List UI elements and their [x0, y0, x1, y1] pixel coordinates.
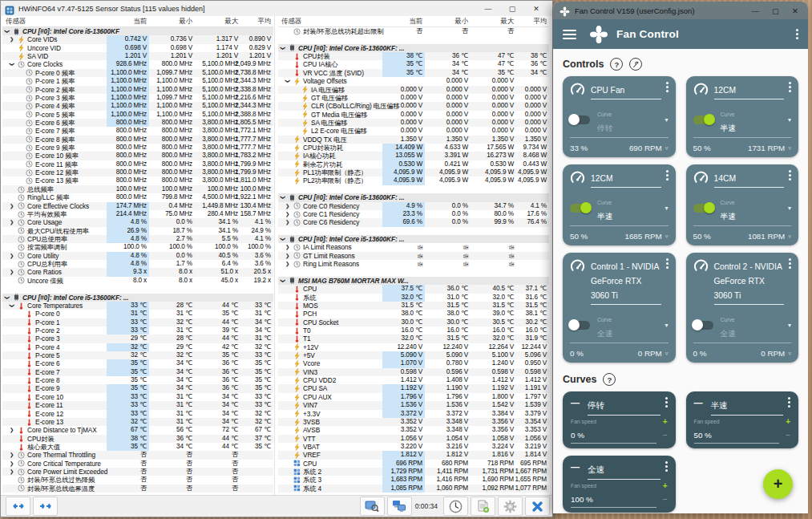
column-header-max[interactable]: 最大 [224, 17, 238, 26]
menu-hamburger-icon[interactable] [563, 30, 576, 39]
sensor-row[interactable]: ❯Core Utility4.8 %0.0 %40.5 %3.6 % [2, 252, 273, 260]
help-icon[interactable]: ? [603, 373, 616, 386]
fan-enable-toggle[interactable] [693, 321, 713, 330]
sensor-row[interactable]: VIN71.536 V1.536 V1.542 V1.539 V [278, 401, 549, 409]
column-header-avg[interactable]: 平均 [257, 17, 271, 26]
sensor-row[interactable]: ❯Core VIDs0.742 V0.736 V1.317 V0.890 V [2, 35, 273, 43]
dropdown-caret-icon[interactable]: ▾ [665, 322, 668, 329]
sensor-row[interactable]: Ring/LLC 频率800.0 MHz799.8 MHz4,500.0 MHz… [2, 193, 273, 201]
column-header-current[interactable]: 当前 [409, 17, 422, 26]
sensor-group-header[interactable]: ❯CPU [#0]: Intel Core i5-13600KF: ... [278, 235, 549, 243]
dropdown-caret-icon[interactable]: ▾ [788, 116, 791, 124]
sensor-row[interactable]: CPU封装功耗14.409 W4.633 W17.565 W9.734 W [278, 144, 549, 152]
sensor-row[interactable]: E-core 8 频率800.0 MHz800.0 MHz3,800.0 MHz… [2, 136, 273, 144]
expand-arrow-icon[interactable]: ❯ [10, 218, 14, 226]
sensor-row[interactable]: CPU Socket30.0 ℃30.0 ℃30.5 ℃30.2 ℃ [278, 318, 549, 326]
sensor-row[interactable]: ❯Core Temperatures33 ℃28 ℃44 ℃33 ℃ [2, 302, 273, 310]
sensor-row[interactable]: P-core 432 ℃29 ℃42 ℃32 ℃ [2, 343, 273, 351]
sensor-row[interactable]: ❯Core Usage4.8 %0.0 %34.1 %4.1 % [2, 218, 273, 226]
card-menu-icon[interactable] [788, 397, 790, 407]
expand-chevron-icon[interactable]: ▿ [665, 350, 669, 357]
sensor-row[interactable]: ❯Core C1 Residency23.3 %0.0 %80.0 %17.6 … [278, 210, 549, 218]
minimize-button[interactable]: — [752, 6, 760, 15]
sensor-group-header[interactable]: ❯CPU [#0]: Intel Core i5-13600KF: ... [278, 44, 549, 52]
sensor-row[interactable]: ❯Core Ratios9.3 x8.0 x51.0 x20.5 x [2, 268, 273, 276]
exit-button[interactable] [525, 497, 550, 516]
card-menu-icon[interactable] [666, 170, 669, 180]
sensor-row[interactable]: VR VCC 温度 (SVID)35 ℃34 ℃35 ℃34 ℃ [278, 69, 549, 77]
sensor-group-header[interactable]: ❯CPU [#0]: Intel Core i5-13600KF [2, 27, 273, 35]
expand-chevron-icon[interactable]: ▿ [665, 144, 669, 152]
sensor-row[interactable]: GT 电压偏移0.000 V0.000 V0.000 V0.000 V [278, 94, 549, 102]
sensor-row[interactable]: E-core 7 频率800.0 MHz800.0 MHz3,800.0 MHz… [2, 127, 273, 135]
sensor-row[interactable]: E-core 10 频率800.0 MHz800.0 MHz3,800.0 MH… [2, 152, 273, 160]
dropdown-caret-icon[interactable]: ▾ [788, 322, 791, 329]
sensor-row[interactable]: E-core 635 ℃34 ℃36 ℃35 ℃ [2, 359, 273, 367]
add-button[interactable]: + [763, 469, 793, 499]
sensor-row[interactable]: GT Media 电压偏移0.000 V0.000 V0.000 V0.000 … [278, 111, 549, 119]
column-header-min[interactable]: 最小 [454, 17, 468, 26]
sensor-row[interactable]: 按需频率调制100.0 %100.0 %100.0 %100.0 % [2, 243, 273, 251]
sensor-row[interactable]: CPU总使用率4.8 %2.7 %5.5 %4.1 % [2, 235, 273, 243]
sensor-row[interactable]: ❯Ring Limit Reasons否否否 [278, 260, 549, 268]
sensor-row[interactable]: CPU总利用率4.8 %1.7 %6.4 %3.6 % [2, 260, 273, 268]
remote-sensors-button[interactable] [387, 497, 412, 516]
sensor-row[interactable]: 系统 21,729 RPM1,411 RPM1,731 RPM1,667 RPM [278, 468, 549, 476]
minimize-button[interactable]: — [476, 2, 500, 16]
sensor-row[interactable]: CPU37.5 ℃36.0 ℃40.5 ℃37.1 ℃ [278, 285, 549, 293]
sensor-row[interactable]: CPU封装38 ℃36 ℃47 ℃38 ℃ [278, 52, 549, 60]
column-header-current[interactable]: 当前 [133, 17, 147, 26]
expand-columns-button[interactable] [33, 497, 58, 516]
sensor-row[interactable]: ❯Core Effective Clocks174.7 MHz0.4 MHz1,… [2, 202, 273, 210]
card-menu-icon[interactable] [789, 258, 791, 269]
sensor-row[interactable]: Uncore VID0.698 V0.698 V1.174 V0.829 V [2, 44, 273, 52]
sensor-row[interactable]: P-core 2 频率1,100.0 MHz1,100.0 MHz5,100.0… [2, 86, 273, 94]
collapse-arrow-icon[interactable]: ❯ [2, 295, 10, 299]
sensor-row[interactable]: 3VSB3.352 V3.348 V3.356 V3.354 V [278, 418, 549, 426]
expand-chevron-icon[interactable]: ▿ [788, 233, 791, 240]
sensor-row[interactable]: P-core 329 ℃28 ℃44 ℃31 ℃ [2, 335, 273, 343]
sensor-row[interactable]: CPU VDD21.412 V1.408 V1.412 V1.412 V [278, 376, 549, 384]
overflow-menu-icon[interactable] [796, 29, 798, 39]
card-menu-icon[interactable] [666, 82, 669, 92]
sensor-row[interactable]: PCH38.0 ℃38.0 ℃39.0 ℃38.1 ℃ [278, 310, 549, 318]
sensor-row[interactable]: VIN30.598 V0.596 V0.598 V0.598 V [278, 368, 549, 376]
sensor-row[interactable]: 平均有效频率214.4 MHz75.0 MHz280.4 MHz158.7 MH… [2, 210, 273, 218]
sensor-row[interactable]: VREF1.812 V1.812 V1.816 V1.814 V [278, 451, 549, 459]
expand-chevron-icon[interactable]: ▿ [665, 233, 669, 240]
sensor-row[interactable]: +5V5.090 V5.090 V5.100 V5.096 V [278, 351, 549, 359]
sensor-row[interactable]: PL1功率限制（静态）4,095.9 W4,095.9 W4,095.9 W4,… [278, 168, 549, 176]
increase-button[interactable]: + [786, 419, 790, 425]
sensor-row[interactable]: VDDQ TX 电压1.350 V1.350 V1.350 V1.350 V [278, 136, 549, 144]
sensor-row[interactable]: +12V12.240 V12.240 V12.264 V12.244 V [278, 343, 549, 351]
expand-arrow-icon[interactable]: ❯ [285, 252, 289, 260]
expand-arrow-icon[interactable]: ❯ [285, 260, 289, 268]
column-header-sensor[interactable]: 传感器 [6, 17, 26, 26]
sensor-row[interactable]: T132.0 ℃31.5 ℃32.0 ℃31.9 ℃ [278, 335, 549, 343]
sensor-row[interactable]: ❯Core Critical Temperature否否否 [2, 460, 273, 468]
clock-button[interactable] [443, 497, 468, 516]
expand-arrow-icon[interactable]: ❯ [285, 202, 289, 210]
sensor-row[interactable]: E-core 1133 ℃31 ℃34 ℃33 ℃ [2, 401, 273, 409]
sensor-row[interactable]: +3.3V3.372 V3.372 V3.384 V3.379 V [278, 410, 549, 418]
collapse-arrow-icon[interactable]: ❯ [7, 63, 15, 67]
dropdown-caret-icon[interactable]: ▾ [665, 116, 668, 124]
expand-arrow-icon[interactable]: ❯ [10, 202, 14, 210]
sensor-group-header[interactable]: ❯CPU [#0]: Intel Core i5-13600KF: ... [278, 193, 549, 201]
sensor-row[interactable]: 核心最大值35 ℃34 ℃44 ℃35 ℃ [2, 443, 273, 451]
curve-select[interactable]: 全速 [597, 329, 613, 338]
sensor-row[interactable]: P-core 233 ℃31 ℃39 ℃34 ℃ [2, 326, 273, 335]
expand-arrow-icon[interactable]: ❯ [10, 268, 14, 276]
sensor-row[interactable]: ❯Core Clocks928.6 MHz800.0 MHz5,100.0 MH… [2, 60, 273, 68]
sensor-row[interactable]: 剩余芯片功耗0.530 W0.421 W0.530 W0.443 W [278, 160, 549, 168]
wrench-icon[interactable] [629, 58, 642, 71]
card-menu-icon[interactable] [665, 461, 668, 472]
collapse-arrow-icon[interactable]: ❯ [278, 278, 286, 282]
maximize-button[interactable]: ▢ [500, 2, 524, 16]
expand-arrow-icon[interactable]: ❯ [10, 426, 14, 434]
close-button[interactable]: ✕ [792, 6, 798, 15]
sensor-group-header[interactable]: ❯MSI MAG B760M MORTAR MAX W... [278, 277, 549, 285]
sensor-row[interactable]: 总线频率100.0 MHz100.0 MHz100.0 MHz100.0 MHz [2, 185, 273, 193]
fan-enable-toggle[interactable] [570, 204, 590, 213]
sensor-row[interactable]: ❯Core C6 Residency69.6 %0.0 %99.9 %76.4 … [278, 218, 549, 226]
